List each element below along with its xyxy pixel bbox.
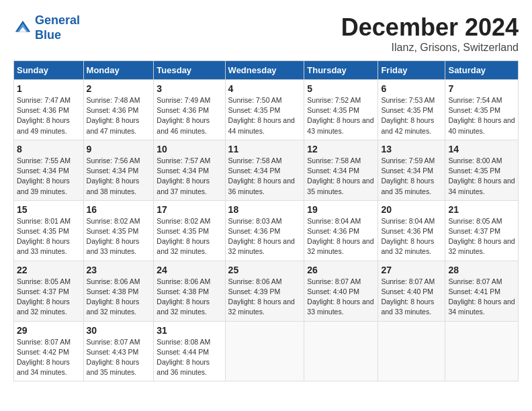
calendar-cell: 15 Sunrise: 8:01 AM Sunset: 4:35 PM Dayl…	[14, 200, 84, 261]
day-detail: Sunrise: 7:59 AM Sunset: 4:34 PM Dayligh…	[381, 156, 442, 197]
calendar-cell: 26 Sunrise: 8:07 AM Sunset: 4:40 PM Dayl…	[304, 261, 378, 321]
day-detail: Sunrise: 8:07 AM Sunset: 4:43 PM Dayligh…	[87, 337, 151, 378]
day-detail: Sunrise: 8:06 AM Sunset: 4:38 PM Dayligh…	[157, 277, 222, 318]
day-detail: Sunrise: 8:06 AM Sunset: 4:39 PM Dayligh…	[228, 277, 302, 318]
calendar-cell: 2 Sunrise: 7:48 AM Sunset: 4:36 PM Dayli…	[83, 80, 154, 140]
calendar-header-row: SundayMondayTuesdayWednesdayThursdayFrid…	[14, 61, 519, 80]
day-number: 16	[87, 204, 151, 215]
day-number: 15	[17, 204, 81, 215]
day-number: 24	[157, 265, 222, 275]
day-number: 19	[307, 204, 375, 215]
day-detail: Sunrise: 7:49 AM Sunset: 4:36 PM Dayligh…	[157, 95, 222, 136]
day-detail: Sunrise: 8:00 AM Sunset: 4:35 PM Dayligh…	[448, 156, 515, 197]
day-number: 23	[87, 265, 151, 275]
day-number: 14	[448, 144, 515, 154]
day-detail: Sunrise: 8:07 AM Sunset: 4:40 PM Dayligh…	[307, 277, 375, 318]
calendar-cell	[304, 321, 378, 381]
day-number: 30	[87, 325, 151, 336]
day-number: 9	[87, 144, 151, 154]
day-detail: Sunrise: 7:50 AM Sunset: 4:35 PM Dayligh…	[228, 95, 302, 136]
day-number: 13	[381, 144, 442, 154]
day-number: 27	[381, 265, 442, 275]
day-number: 20	[381, 204, 442, 215]
calendar-cell	[445, 321, 519, 381]
day-detail: Sunrise: 7:48 AM Sunset: 4:36 PM Dayligh…	[87, 95, 151, 136]
day-detail: Sunrise: 8:04 AM Sunset: 4:36 PM Dayligh…	[307, 216, 375, 257]
page-subtitle: Ilanz, Grisons, Switzerland	[341, 42, 519, 54]
calendar-cell	[225, 321, 304, 381]
day-detail: Sunrise: 7:54 AM Sunset: 4:35 PM Dayligh…	[448, 95, 515, 136]
calendar-cell: 22 Sunrise: 8:05 AM Sunset: 4:37 PM Dayl…	[14, 261, 84, 321]
day-detail: Sunrise: 8:05 AM Sunset: 4:37 PM Dayligh…	[17, 277, 81, 318]
week-row-1: 1 Sunrise: 7:47 AM Sunset: 4:36 PM Dayli…	[14, 80, 519, 140]
calendar-cell: 7 Sunrise: 7:54 AM Sunset: 4:35 PM Dayli…	[445, 80, 519, 140]
day-number: 26	[307, 265, 375, 275]
calendar-cell: 10 Sunrise: 7:57 AM Sunset: 4:34 PM Dayl…	[154, 140, 225, 200]
day-detail: Sunrise: 7:47 AM Sunset: 4:36 PM Dayligh…	[17, 95, 81, 136]
title-block: December 2024 Ilanz, Grisons, Switzerlan…	[341, 13, 519, 54]
day-number: 7	[448, 83, 515, 94]
calendar-cell: 1 Sunrise: 7:47 AM Sunset: 4:36 PM Dayli…	[14, 80, 84, 140]
calendar-table: SundayMondayTuesdayWednesdayThursdayFrid…	[13, 60, 519, 381]
calendar-cell: 13 Sunrise: 7:59 AM Sunset: 4:34 PM Dayl…	[378, 140, 445, 200]
col-header-sunday: Sunday	[14, 61, 84, 80]
day-number: 4	[228, 83, 302, 94]
day-detail: Sunrise: 8:08 AM Sunset: 4:44 PM Dayligh…	[157, 337, 222, 378]
day-number: 18	[228, 204, 302, 215]
page-header: General Blue December 2024 Ilanz, Grison…	[13, 13, 519, 54]
calendar-cell: 31 Sunrise: 8:08 AM Sunset: 4:44 PM Dayl…	[154, 321, 225, 381]
day-detail: Sunrise: 7:56 AM Sunset: 4:34 PM Dayligh…	[87, 156, 151, 197]
col-header-tuesday: Tuesday	[154, 61, 225, 80]
day-number: 10	[157, 144, 222, 154]
day-detail: Sunrise: 7:53 AM Sunset: 4:35 PM Dayligh…	[381, 95, 442, 136]
week-row-2: 8 Sunrise: 7:55 AM Sunset: 4:34 PM Dayli…	[14, 140, 519, 200]
week-row-5: 29 Sunrise: 8:07 AM Sunset: 4:42 PM Dayl…	[14, 321, 519, 381]
day-detail: Sunrise: 8:02 AM Sunset: 4:35 PM Dayligh…	[157, 216, 222, 257]
col-header-monday: Monday	[83, 61, 154, 80]
calendar-cell: 11 Sunrise: 7:58 AM Sunset: 4:34 PM Dayl…	[225, 140, 304, 200]
calendar-cell: 8 Sunrise: 7:55 AM Sunset: 4:34 PM Dayli…	[14, 140, 84, 200]
calendar-cell: 5 Sunrise: 7:52 AM Sunset: 4:35 PM Dayli…	[304, 80, 378, 140]
day-number: 25	[228, 265, 302, 275]
calendar-cell: 20 Sunrise: 8:04 AM Sunset: 4:36 PM Dayl…	[378, 200, 445, 261]
day-number: 21	[448, 204, 515, 215]
logo: General Blue	[13, 13, 80, 42]
day-detail: Sunrise: 8:07 AM Sunset: 4:40 PM Dayligh…	[381, 277, 442, 318]
calendar-cell: 18 Sunrise: 8:03 AM Sunset: 4:36 PM Dayl…	[225, 200, 304, 261]
day-detail: Sunrise: 8:03 AM Sunset: 4:36 PM Dayligh…	[228, 216, 302, 257]
day-detail: Sunrise: 8:01 AM Sunset: 4:35 PM Dayligh…	[17, 216, 81, 257]
day-number: 12	[307, 144, 375, 154]
calendar-cell: 30 Sunrise: 8:07 AM Sunset: 4:43 PM Dayl…	[83, 321, 154, 381]
day-detail: Sunrise: 8:02 AM Sunset: 4:35 PM Dayligh…	[87, 216, 151, 257]
logo-icon	[13, 19, 32, 38]
day-detail: Sunrise: 8:07 AM Sunset: 4:42 PM Dayligh…	[17, 337, 81, 378]
calendar-cell: 3 Sunrise: 7:49 AM Sunset: 4:36 PM Dayli…	[154, 80, 225, 140]
day-number: 29	[17, 325, 81, 336]
calendar-cell: 24 Sunrise: 8:06 AM Sunset: 4:38 PM Dayl…	[154, 261, 225, 321]
col-header-saturday: Saturday	[445, 61, 519, 80]
day-detail: Sunrise: 7:58 AM Sunset: 4:34 PM Dayligh…	[307, 156, 375, 197]
day-number: 17	[157, 204, 222, 215]
day-detail: Sunrise: 7:58 AM Sunset: 4:34 PM Dayligh…	[228, 156, 302, 197]
day-number: 31	[157, 325, 222, 336]
col-header-friday: Friday	[378, 61, 445, 80]
day-detail: Sunrise: 8:04 AM Sunset: 4:36 PM Dayligh…	[381, 216, 442, 257]
day-detail: Sunrise: 7:55 AM Sunset: 4:34 PM Dayligh…	[17, 156, 81, 197]
day-detail: Sunrise: 7:52 AM Sunset: 4:35 PM Dayligh…	[307, 95, 375, 136]
day-detail: Sunrise: 7:57 AM Sunset: 4:34 PM Dayligh…	[157, 156, 222, 197]
day-number: 5	[307, 83, 375, 94]
calendar-cell: 6 Sunrise: 7:53 AM Sunset: 4:35 PM Dayli…	[378, 80, 445, 140]
calendar-cell: 4 Sunrise: 7:50 AM Sunset: 4:35 PM Dayli…	[225, 80, 304, 140]
day-number: 2	[87, 83, 151, 94]
calendar-cell: 14 Sunrise: 8:00 AM Sunset: 4:35 PM Dayl…	[445, 140, 519, 200]
calendar-cell: 19 Sunrise: 8:04 AM Sunset: 4:36 PM Dayl…	[304, 200, 378, 261]
day-number: 8	[17, 144, 81, 154]
day-number: 6	[381, 83, 442, 94]
col-header-thursday: Thursday	[304, 61, 378, 80]
day-number: 22	[17, 265, 81, 275]
calendar-cell: 25 Sunrise: 8:06 AM Sunset: 4:39 PM Dayl…	[225, 261, 304, 321]
week-row-4: 22 Sunrise: 8:05 AM Sunset: 4:37 PM Dayl…	[14, 261, 519, 321]
calendar-cell: 9 Sunrise: 7:56 AM Sunset: 4:34 PM Dayli…	[83, 140, 154, 200]
week-row-3: 15 Sunrise: 8:01 AM Sunset: 4:35 PM Dayl…	[14, 200, 519, 261]
logo-text: General Blue	[35, 13, 80, 42]
